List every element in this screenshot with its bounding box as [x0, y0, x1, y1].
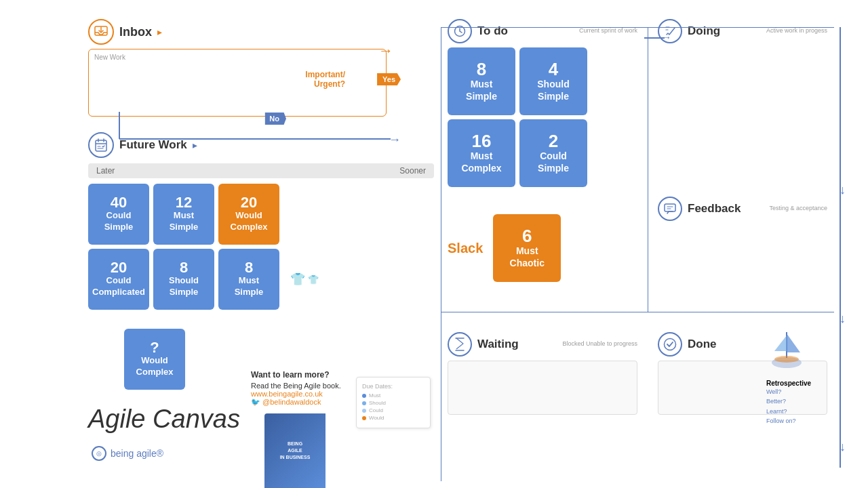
waiting-subtitle: Blocked Unable to progress: [562, 340, 637, 348]
legend-could: Could: [362, 407, 425, 413]
learn-more-website[interactable]: www.beingagile.co.uk: [251, 390, 323, 398]
done-title: Done: [688, 338, 717, 351]
done-icon: [658, 332, 682, 357]
agile-canvas-title: Agile Canvas: [88, 405, 240, 434]
card-20-could-complicated: 20 Could Complicated: [88, 249, 149, 310]
todo-title: To do: [477, 24, 508, 38]
inbox-arrow: ▸: [157, 26, 162, 37]
flow-down-arrow: ↓: [840, 440, 846, 454]
waiting-header: Waiting Blocked Unable to progress: [448, 332, 637, 357]
learn-more-section: Want to learn more? Read the Being Agile…: [251, 370, 341, 407]
tshirt-sizes: 👕 👕: [290, 249, 319, 310]
legend-must: Must: [362, 392, 425, 399]
new-work-label: New Work: [94, 54, 125, 61]
legend-should: Should: [362, 400, 425, 406]
later-sooner-bar: Later Sooner: [88, 163, 434, 178]
slack-label: Slack: [448, 241, 483, 256]
inbox-area: Inbox ▸ New Work Important/Urgent? Yes N…: [88, 19, 387, 117]
waiting-icon: [448, 332, 472, 357]
sooner-label: Sooner: [399, 166, 426, 176]
doing-section: Doing Active work in progess: [658, 19, 827, 47]
todo-card-8-must-simple: 8 Must Simple: [448, 47, 515, 115]
right-down-arrow-2: ↓: [840, 312, 846, 326]
sailboat-icon: [766, 325, 807, 375]
card-20-would-complex: 20 Would Complex: [218, 184, 279, 245]
mid-divider: [441, 312, 834, 312]
todo-doing-divider: [648, 27, 648, 312]
important-urgent: Important/Urgent?: [305, 70, 345, 89]
orange-right-arrow: →: [378, 42, 393, 60]
due-dates-title: Due Dates:: [362, 383, 425, 390]
todo-card-6-must-chaotic: 6 Must Chaotic: [493, 214, 561, 282]
card-8-should-simple: 8 Should Simple: [153, 249, 214, 310]
cards-row-1: 40 Could Simple 12 Must Simple 20 Would …: [88, 184, 434, 245]
todo-cards-grid: 8 Must Simple 4 Should Simple 16 Must Co…: [448, 47, 637, 187]
future-work-header: Future Work ▸: [88, 132, 434, 158]
learn-more-text: Read the Being Agile book.: [251, 382, 341, 390]
feedback-title: Feedback: [688, 202, 741, 216]
svg-point-4: [665, 339, 676, 350]
feedback-subtitle: Testing & acceptance: [769, 205, 827, 213]
doing-icon: [658, 19, 682, 43]
left-border: [441, 27, 441, 481]
done-section: Done Retrospective Well? Better?: [658, 332, 827, 415]
legend-would: Would: [362, 415, 425, 421]
top-divider: [441, 27, 834, 28]
waiting-box: [448, 361, 637, 415]
todo-header: To do Current sprint of work: [448, 19, 637, 43]
future-work-icon: [88, 132, 114, 158]
book-image: BEINGAGILEIN BUSINESS: [264, 413, 326, 488]
left-section: Inbox ▸ New Work Important/Urgent? Yes N…: [0, 0, 434, 488]
inbox-icon: [88, 19, 114, 45]
feedback-section: Feedback Testing & acceptance: [658, 197, 827, 225]
svg-point-6: [774, 356, 799, 363]
no-badge: No: [262, 113, 286, 125]
inbox-box: New Work Important/Urgent? Yes: [88, 49, 387, 117]
learn-more-twitter[interactable]: 🐦 @belindawaldock: [251, 398, 321, 406]
waiting-title: Waiting: [477, 338, 519, 351]
card-would-complex-bottom: ? Would Complex: [124, 329, 185, 390]
inbox-header: Inbox ▸: [88, 19, 387, 45]
right-section: ↓ → ↓ To do Current sprint of work 8: [434, 0, 868, 488]
being-agile-icon: ◎: [92, 446, 106, 461]
card-40-could-simple: 40 Could Simple: [88, 184, 149, 245]
slack-area: Slack 6 Must Chaotic: [448, 214, 637, 282]
future-work-arrow: ▸: [193, 140, 197, 150]
waiting-section: Waiting Blocked Unable to progress: [448, 332, 637, 415]
feedback-icon: [658, 197, 682, 221]
right-flow-line: [840, 27, 841, 468]
right-down-arrow-1: ↓: [840, 183, 846, 197]
svg-rect-3: [665, 204, 675, 211]
learn-more-heading: Want to learn more?: [251, 370, 341, 380]
inbox-title: Inbox: [119, 25, 152, 39]
doing-header: Doing Active work in progess: [658, 19, 827, 43]
doing-title: Doing: [688, 24, 720, 38]
future-work-area: Future Work ▸ Later Sooner 40 Could Simp…: [88, 132, 434, 314]
book-title: BEINGAGILEIN BUSINESS: [280, 441, 311, 460]
later-label: Later: [96, 166, 115, 176]
to-do-section: To do Current sprint of work 8 Must Simp…: [448, 19, 637, 282]
retro-items: Well? Better? Learnt? Follow on?: [766, 387, 811, 426]
being-agile-brand: being agile®: [111, 448, 163, 459]
due-dates-popup: Due Dates: Must Should Could: [356, 377, 431, 428]
retrospective-section: Retrospective Well? Better? Learnt? Foll…: [766, 380, 811, 426]
being-agile-logo: ◎ being agile®: [92, 446, 163, 461]
todo-subtitle: Current sprint of work: [579, 27, 637, 35]
card-12-must-simple: 12 Must Simple: [153, 184, 214, 245]
yes-arrow: Yes: [377, 73, 401, 85]
todo-card-16-must-complex: 16 Must Complex: [448, 119, 515, 187]
todo-card-4-should-simple: 4 Should Simple: [519, 47, 587, 115]
future-work-title: Future Work: [119, 138, 187, 152]
todo-card-2-could-simple: 2 Could Simple: [519, 119, 587, 187]
retro-title: Retrospective: [766, 380, 811, 387]
cards-row-2: 20 Could Complicated 8 Should Simple 8 M…: [88, 249, 434, 310]
card-8-must-simple: 8 Must Simple: [218, 249, 279, 310]
agile-canvas: Inbox ▸ New Work Important/Urgent? Yes N…: [0, 0, 868, 488]
doing-subtitle: Active work in progess: [766, 27, 827, 35]
todo-icon: [448, 19, 472, 43]
feedback-header: Feedback Testing & acceptance: [658, 197, 827, 221]
